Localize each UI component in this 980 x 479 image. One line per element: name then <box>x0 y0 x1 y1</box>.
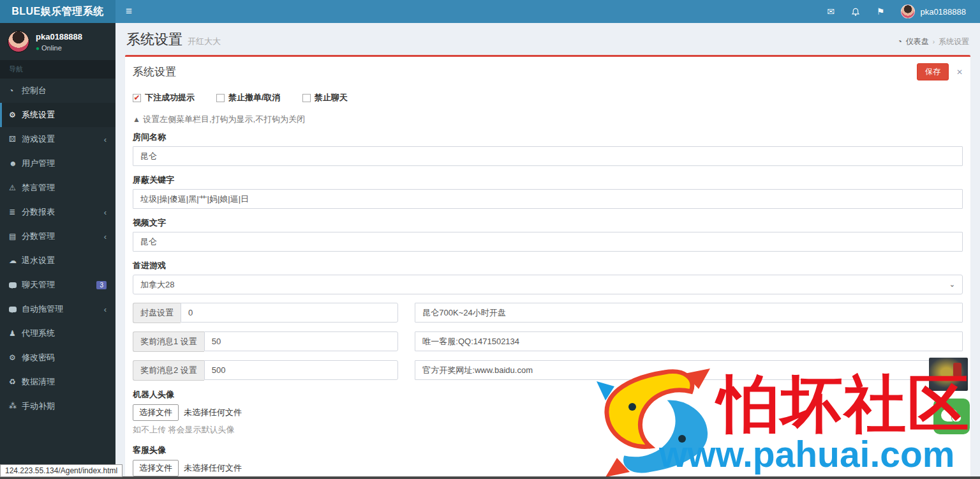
gears-icon: ⚙ <box>9 110 22 119</box>
no-file-text: 未选择任何文件 <box>184 407 242 418</box>
checkbox-icon[interactable]: ✔ <box>133 94 141 102</box>
form-group-blocked-keywords: 屏蔽关键字 <box>133 174 963 209</box>
user-menu[interactable]: pka0188888 <box>901 4 966 19</box>
sidebar-nav-header: 导航 <box>0 60 115 79</box>
dashboard-icon: ◔ <box>9 86 22 95</box>
system-settings-panel: 系统设置 保存 ✕ ✔ 下注成功提示 禁止撤单/取消 <box>125 55 970 479</box>
breadcrumb-home[interactable]: 仪表盘 <box>906 36 929 47</box>
sidebar-item-label: 系统设置 <box>22 109 55 121</box>
close-icon[interactable]: ✕ <box>956 68 963 77</box>
field-label: 视频文字 <box>133 217 963 229</box>
sidebar-item-label: 退水设置 <box>22 255 55 266</box>
sidebar-item-manual-period-fix[interactable]: ⁂ 手动补期 <box>0 394 115 418</box>
online-dot-icon: ● <box>36 45 40 52</box>
sidebar-item-game-settings[interactable]: ⚄ 游戏设置 ‹ <box>0 127 115 151</box>
field-label: 首进游戏 <box>133 260 963 271</box>
input-addon-label: 奖前消息2 设置 <box>133 360 204 381</box>
sidebar-item-auto-bot-management[interactable]: 自动拖管理 ‹ <box>0 297 115 321</box>
trash-icon: ♻ <box>9 377 22 386</box>
sidebar-item-mute-management[interactable]: ⚠ 禁言管理 <box>0 176 115 200</box>
sidebar-item-label: 数据清理 <box>22 376 55 388</box>
sidebar-item-system-settings[interactable]: ⚙ 系统设置 <box>0 103 115 127</box>
chat-float-button[interactable] <box>933 399 970 434</box>
warning-icon: ▲ <box>133 115 140 124</box>
main-content: 系统设置 开红大大 ◔ 仪表盘 › 系统设置 系统设置 保存 ✕ <box>115 23 980 479</box>
sidebar-item-data-cleanup[interactable]: ♻ 数据清理 <box>0 370 115 394</box>
notifications-bell-icon[interactable] <box>851 6 860 17</box>
user-plus-icon: ♟ <box>9 329 22 338</box>
sidebar-item-chat-management[interactable]: 聊天管理 3 <box>0 273 115 297</box>
form-group-first-game: 首进游戏 加拿大28 ⌄ <box>133 260 963 294</box>
field-label: 机器人头像 <box>133 389 963 400</box>
warning-icon: ⚠ <box>9 183 22 192</box>
comment-icon <box>9 282 17 288</box>
breadcrumb: ◔ 仪表盘 › 系统设置 <box>897 36 969 47</box>
user-name: pka0188888 <box>920 7 966 17</box>
sidebar-item-score-management[interactable]: ▤ 分数管理 ‹ <box>0 224 115 248</box>
list-icon: ≣ <box>9 208 22 217</box>
content-header: 系统设置 开红大大 ◔ 仪表盘 › 系统设置 <box>125 23 970 55</box>
top-navbar: BLUE娱乐管理系统 ≡ ✉ ⚑ pka0188888 <box>0 0 980 23</box>
official-site-input[interactable] <box>415 360 963 380</box>
panel-tools: 保存 ✕ <box>917 63 963 80</box>
checkbox-icon[interactable] <box>302 94 311 102</box>
sidebar-item-user-management[interactable]: ☻ 用户管理 <box>0 151 115 176</box>
blocked-keywords-input[interactable] <box>133 189 963 209</box>
sidebar-avatar <box>8 31 29 52</box>
sidebar-user-panel: pka0188888 ●Online <box>0 23 115 60</box>
sidebar-item-change-password[interactable]: ⚙ 修改密码 <box>0 346 115 370</box>
pre-prize-msg2-input[interactable] <box>204 360 398 380</box>
checkbox-forbid-cancel[interactable]: 禁止撤单/取消 <box>216 92 281 103</box>
chevron-left-icon: ‹ <box>104 305 107 314</box>
sidebar-toggle-icon[interactable]: ≡ <box>115 0 142 23</box>
chat-count-badge: 3 <box>96 281 107 289</box>
room-name-input[interactable] <box>133 146 963 166</box>
panel-body: ✔ 下注成功提示 禁止撤单/取消 禁止聊天 ▲设置左侧菜单栏目,打钩为显示,不打… <box>125 87 970 479</box>
share-nodes-icon: ⁂ <box>9 402 22 411</box>
pre-prize-msg1-input[interactable] <box>204 331 398 351</box>
input-addon-label: 奖前消息1 设置 <box>133 331 204 352</box>
choose-file-button[interactable]: 选择文件 <box>133 404 179 421</box>
sidebar-item-label: 手动补期 <box>22 400 55 412</box>
service-qq-input[interactable] <box>415 331 963 351</box>
file-input-row: 选择文件 未选择任何文件 <box>133 460 963 476</box>
sidebar-item-label: 分数管理 <box>22 231 55 242</box>
open-hours-input[interactable] <box>415 303 963 323</box>
checkbox-forbid-chat[interactable]: 禁止聊天 <box>302 92 348 103</box>
video-text-input[interactable] <box>133 232 963 252</box>
sidebar-item-rebate-settings[interactable]: ☁ 退水设置 <box>0 248 115 273</box>
avatar-preview-image <box>929 358 968 391</box>
sidebar-item-agent-system[interactable]: ♟ 代理系统 <box>0 321 115 346</box>
sidebar-user-name: pka0188888 <box>36 32 82 42</box>
checkbox-label: 禁止聊天 <box>315 92 348 103</box>
checkbox-icon[interactable] <box>216 94 225 102</box>
choose-file-button[interactable]: 选择文件 <box>133 460 179 476</box>
first-game-select[interactable]: 加拿大28 ⌄ <box>133 275 963 294</box>
chat-bubble-icon <box>951 414 961 422</box>
sidebar-item-score-report[interactable]: ≣ 分数报表 ‹ <box>0 200 115 224</box>
upload-service-avatar: 客服头像 选择文件 未选择任何文件 如不上传 将会显示默认头像 <box>133 445 963 479</box>
seal-setting-input[interactable] <box>181 303 398 323</box>
sidebar-item-label: 游戏设置 <box>22 133 55 145</box>
flag-icon[interactable]: ⚑ <box>877 6 885 17</box>
save-button[interactable]: 保存 <box>917 63 949 80</box>
messages-icon[interactable]: ✉ <box>827 6 835 17</box>
upload-robot-avatar: 机器人头像 选择文件 未选择任何文件 如不上传 将会显示默认头像 <box>133 389 963 436</box>
chevron-left-icon: ‹ <box>104 208 107 217</box>
gamepad-icon: ⚄ <box>9 135 22 144</box>
checkbox-row: ✔ 下注成功提示 禁止撤单/取消 禁止聊天 <box>133 88 963 111</box>
panel-header: 系统设置 保存 ✕ <box>125 57 970 87</box>
navbar-right: ✉ ⚑ pka0188888 <box>827 4 980 19</box>
sidebar-item-dashboard[interactable]: ◔ 控制台 <box>0 79 115 103</box>
database-icon: ▤ <box>9 232 22 241</box>
dashboard-icon: ◔ <box>897 37 902 46</box>
sidebar-item-label: 禁言管理 <box>22 182 55 194</box>
sidebar-item-label: 用户管理 <box>22 158 55 169</box>
user-avatar <box>901 4 915 19</box>
pair-row-msg1: 奖前消息1 设置 <box>133 331 963 352</box>
breadcrumb-current: 系统设置 <box>939 36 969 47</box>
selected-option: 加拿大28 <box>140 279 174 291</box>
field-label: 客服头像 <box>133 445 963 456</box>
checkbox-bet-success-tip[interactable]: ✔ 下注成功提示 <box>133 92 195 103</box>
brand-logo[interactable]: BLUE娱乐管理系统 <box>0 0 115 23</box>
